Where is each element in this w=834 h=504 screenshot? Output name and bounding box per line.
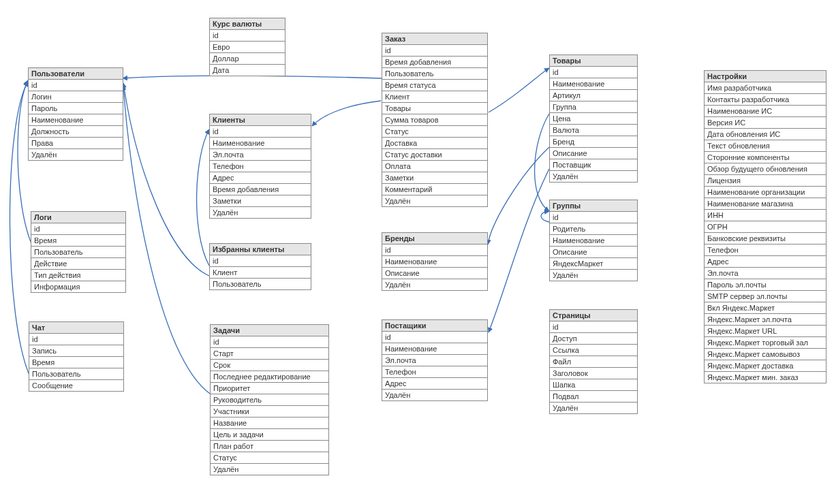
table-field: Банковские реквизиты	[705, 233, 826, 245]
table-field: Версия ИС	[705, 117, 826, 129]
table-field: Яндекс.Маркет эл.почта	[705, 314, 826, 326]
table-field: Заметки	[210, 195, 311, 207]
table-field: Наименование	[382, 256, 487, 268]
table-header: Пользователи	[29, 68, 123, 80]
table-field: Наименование	[210, 138, 311, 149]
table-field: Валюта	[550, 125, 637, 136]
table-field: SMTP сервер эл.почты	[705, 291, 826, 302]
table-field: Сумма товаров	[382, 114, 487, 126]
table-field: Логин	[29, 91, 123, 103]
table-field: Шапка	[550, 379, 637, 391]
table-field: Эл.почта	[705, 268, 826, 279]
entity-table[interactable]: БрендыidНаименованиеОписаниеУдалён	[382, 232, 488, 291]
table-field: Группа	[550, 101, 637, 113]
table-field: id	[29, 334, 123, 345]
table-field: Действие	[31, 258, 125, 270]
entity-table[interactable]: НастройкиИмя разработчикаКонтакты разраб…	[704, 70, 827, 383]
table-field: Руководитель	[211, 394, 328, 406]
table-header: Чат	[29, 322, 123, 334]
table-field: id	[382, 332, 487, 343]
table-field: Наименование	[29, 114, 123, 126]
entity-table[interactable]: КлиентыidНаименованиеЭл.почтаТелефонАдре…	[209, 114, 311, 219]
table-field: Тип действия	[31, 270, 125, 281]
table-field: id	[210, 126, 311, 138]
entity-table[interactable]: ЧатidЗаписьВремяПользовательСообщение	[29, 321, 124, 392]
table-field: Пароль эл.почты	[705, 279, 826, 291]
entity-table[interactable]: Курс валютыidЕвроДолларДата	[209, 18, 285, 76]
entity-table[interactable]: ЗаказidВремя добавленияПользовательВремя…	[382, 33, 488, 207]
table-field: Дата	[210, 65, 285, 76]
table-field: Комментарий	[382, 184, 487, 195]
table-field: Подвал	[550, 391, 637, 403]
table-field: Удалён	[29, 149, 123, 160]
table-field: id	[211, 336, 328, 348]
table-header: Группы	[550, 200, 637, 212]
entity-table[interactable]: СтраницыidДоступСсылкаФайлЗаголовокШапка…	[549, 309, 638, 414]
table-field: Адрес	[705, 256, 826, 268]
table-field: ИНН	[705, 210, 826, 221]
table-field: id	[550, 321, 637, 333]
table-field: План работ	[211, 441, 328, 452]
table-header: Задачи	[211, 325, 328, 336]
table-header: Страницы	[550, 310, 637, 321]
table-field: Описание	[550, 148, 637, 159]
table-field: Описание	[550, 247, 637, 258]
table-field: Пользователь	[31, 247, 125, 258]
table-header: Клиенты	[210, 114, 311, 126]
table-header: Курс валюты	[210, 18, 285, 30]
table-field: Наименование организации	[705, 187, 826, 198]
entity-table[interactable]: ПользователиidЛогинПарольНаименованиеДол…	[28, 67, 123, 161]
table-field: Лицензия	[705, 175, 826, 187]
entity-table[interactable]: ЗадачиidСтартСрокПоследнее редактировани…	[210, 324, 329, 475]
table-field: Яндекс.Маркет торговый зал	[705, 337, 826, 349]
entity-table[interactable]: ТоварыidНаименованиеАртикулГруппаЦенаВал…	[549, 54, 638, 183]
table-field: Пользователь	[382, 68, 487, 80]
table-header: Постащики	[382, 320, 487, 332]
table-field: Статус доставки	[382, 149, 487, 161]
table-field: Запись	[29, 345, 123, 357]
table-field: Товары	[382, 103, 487, 114]
table-field: Яндекс.Маркет самовывоз	[705, 349, 826, 360]
table-field: Эл.почта	[382, 355, 487, 366]
table-field: id	[382, 245, 487, 256]
table-field: Сторонние компоненты	[705, 152, 826, 163]
table-header: Настройки	[705, 71, 826, 82]
table-field: Яндекс.Маркет доставка	[705, 360, 826, 372]
table-field: Пользователь	[29, 368, 123, 380]
table-field: Клиент	[382, 91, 487, 103]
table-field: Удалён	[550, 403, 637, 413]
table-field: Клиент	[210, 267, 311, 279]
table-field: Ссылка	[550, 345, 637, 356]
table-field: Сообщение	[29, 380, 123, 391]
table-field: Приоритет	[211, 383, 328, 394]
table-field: Наименование	[550, 78, 637, 90]
table-field: Эл.почта	[210, 149, 311, 161]
table-field: Время	[31, 235, 125, 247]
table-field: Заметки	[382, 172, 487, 184]
table-field: Яндекс.Маркет URL	[705, 326, 826, 337]
table-field: Должность	[29, 126, 123, 138]
diagram-canvas: ПользователиidЛогинПарольНаименованиеДол…	[0, 0, 834, 504]
entity-table[interactable]: ГруппыidРодительНаименованиеОписаниеЯнде…	[549, 200, 638, 281]
table-field: Время статуса	[382, 80, 487, 91]
table-field: Информация	[31, 281, 125, 292]
table-field: Доставка	[382, 138, 487, 149]
table-field: Евро	[210, 42, 285, 53]
table-field: id	[550, 67, 637, 78]
entity-table[interactable]: ЛогиidВремяПользовательДействиеТип дейст…	[31, 211, 126, 293]
entity-table[interactable]: Избранны клиентыidКлиентПользователь	[209, 243, 311, 290]
table-field: Наименование	[382, 343, 487, 355]
table-header: Бренды	[382, 233, 487, 245]
table-field: id	[29, 80, 123, 91]
table-field: Файл	[550, 356, 637, 368]
table-field: id	[31, 223, 125, 235]
table-field: Участники	[211, 406, 328, 418]
table-field: Наименование ИС	[705, 106, 826, 117]
table-field: Время добавления	[382, 57, 487, 68]
table-field: Время	[29, 357, 123, 368]
table-field: Права	[29, 138, 123, 149]
table-header: Избранны клиенты	[210, 244, 311, 255]
table-field: Доступ	[550, 333, 637, 345]
entity-table[interactable]: ПостащикиidНаименованиеЭл.почтаТелефонАд…	[382, 319, 488, 401]
table-field: Имя разработчика	[705, 82, 826, 94]
